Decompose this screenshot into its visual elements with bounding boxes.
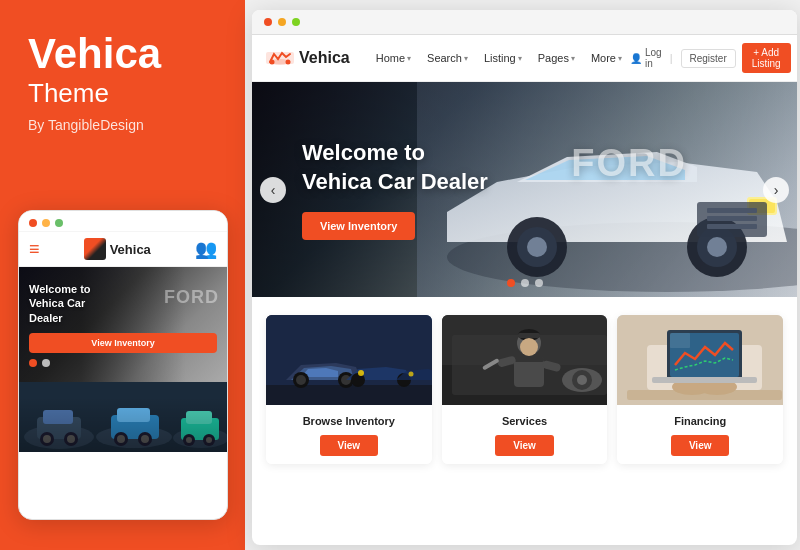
services-svg xyxy=(442,315,608,405)
svg-rect-37 xyxy=(707,208,757,213)
site-logo-text: Vehica xyxy=(299,49,350,67)
card-browse-inventory-button[interactable]: View xyxy=(320,435,379,456)
svg-point-25 xyxy=(270,59,290,65)
card-services-button[interactable]: View xyxy=(495,435,554,456)
nav-pages[interactable]: Pages ▾ xyxy=(530,48,583,68)
mobile-logo-text: Vehica xyxy=(110,242,151,257)
card-financing-title: Financing xyxy=(627,415,773,427)
nav-home-caret: ▾ xyxy=(407,54,411,63)
mobile-indicator-1 xyxy=(29,359,37,367)
hero-dot-3[interactable] xyxy=(535,279,543,287)
mobile-window-dots xyxy=(19,211,227,232)
logo-icon xyxy=(266,48,294,68)
site-navigation: Vehica Home ▾ Search ▾ Listing ▾ Pages ▾… xyxy=(252,35,797,82)
nav-search[interactable]: Search ▾ xyxy=(419,48,476,68)
hero-view-inventory-button[interactable]: View Inventory xyxy=(302,212,415,240)
card-financing: Financing View xyxy=(617,315,783,464)
brand-title: Vehica xyxy=(28,32,161,76)
site-logo: Vehica xyxy=(266,48,350,68)
hero-title: Welcome toVehica Car Dealer xyxy=(302,139,488,196)
card-browse-inventory-body: Browse Inventory View xyxy=(266,405,432,464)
hero-dot-2[interactable] xyxy=(521,279,529,287)
financing-svg xyxy=(617,315,783,405)
svg-rect-69 xyxy=(670,333,690,348)
mobile-logo-icon xyxy=(84,238,106,260)
mobile-hero-title: Welcome toVehica CarDealer xyxy=(29,282,217,325)
mobile-menu-icon[interactable]: ≡ xyxy=(29,239,40,260)
nav-more-caret: ▾ xyxy=(618,54,622,63)
card-services-image xyxy=(442,315,608,405)
nav-divider: | xyxy=(668,52,675,64)
svg-point-48 xyxy=(409,372,414,377)
mobile-view-inventory-button[interactable]: View Inventory xyxy=(29,333,217,353)
mobile-bottom-image xyxy=(19,382,227,452)
card-services: Services View xyxy=(442,315,608,464)
svg-rect-72 xyxy=(652,377,757,383)
card-browse-inventory-image xyxy=(266,315,432,405)
svg-point-42 xyxy=(296,375,306,385)
browser-dot-yellow xyxy=(278,18,286,26)
hero-arrow-left-button[interactable]: ‹ xyxy=(260,177,286,203)
browser-dot-green xyxy=(292,18,300,26)
hero-arrow-right-button[interactable]: › xyxy=(763,177,789,203)
nav-more[interactable]: More ▾ xyxy=(583,48,630,68)
svg-point-56 xyxy=(520,338,538,356)
mobile-carousel-indicators xyxy=(29,359,217,367)
nav-home[interactable]: Home ▾ xyxy=(368,48,419,68)
left-panel: Vehica Theme By TangibleDesign ≡ Vehica … xyxy=(0,0,245,550)
svg-point-35 xyxy=(707,237,727,257)
card-financing-image xyxy=(617,315,783,405)
mobile-indicator-2 xyxy=(42,359,50,367)
nav-pages-caret: ▾ xyxy=(571,54,575,63)
card-browse-inventory: Browse Inventory View xyxy=(266,315,432,464)
hero-content: Welcome toVehica Car Dealer View Invento… xyxy=(252,139,518,240)
mobile-dot-red xyxy=(29,219,37,227)
hero-dot-1[interactable] xyxy=(507,279,515,287)
browse-inventory-svg xyxy=(266,315,432,405)
hero-ford-text: FORD xyxy=(571,142,687,185)
nav-add-listing-button[interactable]: + Add Listing xyxy=(742,43,791,73)
svg-rect-38 xyxy=(707,216,757,221)
svg-rect-55 xyxy=(518,333,540,338)
mobile-nav: ≡ Vehica 👥 xyxy=(19,232,227,267)
browser-dot-red xyxy=(264,18,272,26)
mobile-bottom-cars-overlay xyxy=(19,397,227,452)
mobile-hero: FORD Welcome toVehica CarDealer View Inv… xyxy=(19,267,227,382)
nav-right-actions: 👤 Log in | Register + Add Listing xyxy=(630,43,791,73)
card-browse-inventory-title: Browse Inventory xyxy=(276,415,422,427)
svg-rect-49 xyxy=(266,385,432,405)
brand-by: By TangibleDesign xyxy=(28,117,144,133)
nav-listing[interactable]: Listing ▾ xyxy=(476,48,530,68)
card-financing-body: Financing View xyxy=(617,405,783,464)
svg-point-64 xyxy=(577,375,587,385)
cards-section: Browse Inventory View xyxy=(252,297,797,482)
hero-section: FORD ‹ Welcome toVehica Car Dealer View … xyxy=(252,82,797,297)
browser-chrome xyxy=(252,10,797,35)
svg-rect-58 xyxy=(514,357,544,362)
card-financing-button[interactable]: View xyxy=(671,435,730,456)
svg-rect-73 xyxy=(627,390,782,400)
browser-panel: Vehica Home ▾ Search ▾ Listing ▾ Pages ▾… xyxy=(252,10,797,545)
nav-links: Home ▾ Search ▾ Listing ▾ Pages ▾ More ▾ xyxy=(368,48,630,68)
mobile-mockup: ≡ Vehica 👥 FORD Welcome toVehica CarDeal… xyxy=(18,210,228,520)
nav-search-caret: ▾ xyxy=(464,54,468,63)
svg-point-47 xyxy=(358,370,364,376)
svg-point-32 xyxy=(527,237,547,257)
nav-login[interactable]: 👤 Log in xyxy=(630,47,662,69)
svg-rect-39 xyxy=(707,224,757,229)
mobile-dot-yellow xyxy=(42,219,50,227)
card-services-body: Services View xyxy=(442,405,608,464)
mobile-logo-area: Vehica xyxy=(84,238,151,260)
nav-register-button[interactable]: Register xyxy=(681,49,736,68)
mobile-user-icon[interactable]: 👥 xyxy=(195,238,217,260)
mobile-dot-green xyxy=(55,219,63,227)
hero-carousel-dots xyxy=(507,279,543,287)
nav-listing-caret: ▾ xyxy=(518,54,522,63)
user-icon: 👤 xyxy=(630,53,642,64)
brand-subtitle: Theme xyxy=(28,78,109,109)
card-services-title: Services xyxy=(452,415,598,427)
